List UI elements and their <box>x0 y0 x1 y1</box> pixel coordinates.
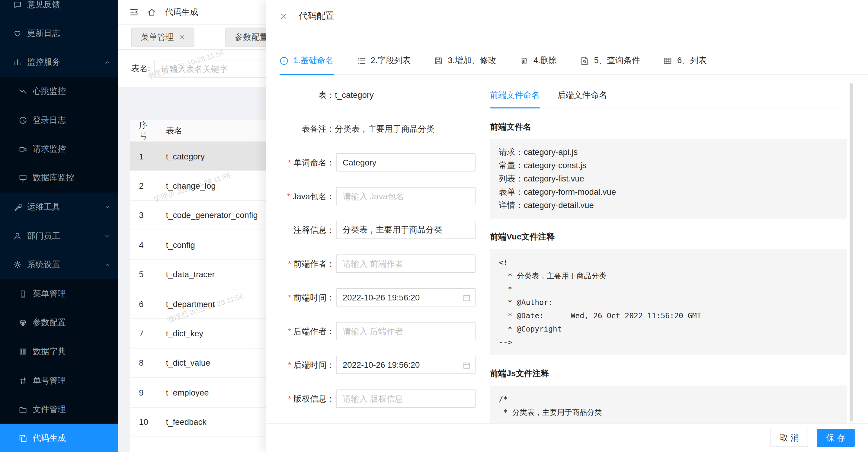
sidebar-item-system-settings[interactable]: 系统设置 <box>0 250 118 279</box>
message-icon <box>13 0 22 8</box>
cell-index: 5 <box>130 259 157 289</box>
sidebar-item-menu-management[interactable]: 菜单管理 <box>0 279 118 308</box>
close-icon[interactable] <box>179 34 185 40</box>
app-root: 意见反馈更新日志监控服务心跳监控登录日志请求监控数据库监控运维工具部门员工系统设… <box>0 0 868 452</box>
copyright-input[interactable] <box>336 390 475 408</box>
field-label: 前端时间： <box>277 288 335 306</box>
section-heading: 前端Js文件注释 <box>490 368 847 379</box>
step-query-condition[interactable]: 5、查询条件 <box>580 47 640 74</box>
sidebar-item-label: 参数配置 <box>33 318 66 328</box>
table-name-label: 表名: <box>131 63 150 74</box>
sidebar-item-label: 心跳监控 <box>33 86 66 97</box>
sidebar-item-ops-tools[interactable]: 运维工具 <box>0 193 118 222</box>
front-time-input[interactable] <box>336 288 475 306</box>
front-author-input[interactable] <box>336 254 475 273</box>
sidebar-item-login-log[interactable]: 登录日志 <box>0 106 118 135</box>
sidebar-item-data-dict[interactable]: 数据字典 <box>0 337 118 366</box>
cell-index: 7 <box>130 319 157 348</box>
step-add-modify[interactable]: 3.增加、修改 <box>434 47 496 74</box>
table-comment-value: 分类表，主要用于商品分类 <box>335 122 434 135</box>
save-button[interactable]: 保 存 <box>817 429 855 447</box>
sidebar-item-monitor-service[interactable]: 监控服务 <box>0 48 118 77</box>
cancel-button[interactable]: 取 消 <box>771 429 808 447</box>
java-package-input[interactable] <box>336 187 475 205</box>
close-icon[interactable] <box>280 12 288 20</box>
sidebar-item-department-staff[interactable]: 部门员工 <box>0 222 118 251</box>
word-name-control <box>336 153 475 172</box>
sidebar-item-param-config[interactable]: 参数配置 <box>0 308 118 337</box>
chevron-down-icon <box>105 233 110 239</box>
form-fields: 单词命名：Java包名：注释信息：前端作者：前端时间：后端作者：后端时间：版权信… <box>277 153 471 408</box>
setting-icon <box>13 261 22 269</box>
step-label: 4.删除 <box>533 55 557 66</box>
sidebar-item-changelog[interactable]: 更新日志 <box>0 19 118 48</box>
back-author-control <box>336 322 475 340</box>
step-label: 3.增加、修改 <box>448 55 496 66</box>
sidebar-item-label: 运维工具 <box>27 202 60 212</box>
form-row-java-package: Java包名： <box>277 187 471 205</box>
file-search-icon <box>580 56 589 65</box>
step-delete[interactable]: 4.删除 <box>520 47 557 74</box>
drawer-title: 代码配置 <box>299 10 334 22</box>
section-heading: 前端文件名 <box>490 122 847 132</box>
field-label: Java包名： <box>277 187 335 205</box>
comment-info-input[interactable] <box>336 221 475 239</box>
sidebar-item-label: 登录日志 <box>33 115 66 126</box>
step-label: 2.字段列表 <box>371 55 411 66</box>
folder-icon <box>19 405 27 414</box>
form-row-front-author: 前端作者： <box>277 254 471 273</box>
calendar-icon <box>463 361 471 369</box>
field-label: 后端时间： <box>277 356 335 374</box>
back-author-input[interactable] <box>336 322 475 340</box>
field-label: 版权信息： <box>277 390 335 408</box>
menu-fold-icon[interactable] <box>129 8 138 17</box>
sidebar-item-label: 监控服务 <box>27 57 60 68</box>
calendar-icon <box>463 294 471 301</box>
sidebar-item-heartbeat-monitor[interactable]: 心跳监控 <box>0 77 118 106</box>
column-header: 序号 <box>130 120 157 142</box>
team-icon <box>13 232 22 240</box>
sidebar-item-label: 更新日志 <box>27 28 60 39</box>
cell-index: 6 <box>130 289 157 319</box>
preview-tab-backend[interactable]: 后端文件命名 <box>557 83 607 108</box>
sidebar-item-request-monitor[interactable]: 请求监控 <box>0 135 118 164</box>
back-time-input[interactable] <box>336 356 475 374</box>
step-label: 5、查询条件 <box>594 55 640 66</box>
mobile-icon <box>19 290 27 298</box>
step-label: 1.基础命名 <box>293 55 334 66</box>
page-tab-label: 参数配置 <box>235 32 268 42</box>
sidebar-menu: 意见反馈更新日志监控服务心跳监控登录日志请求监控数据库监控运维工具部门员工系统设… <box>0 0 118 452</box>
word-name-input[interactable] <box>336 153 475 172</box>
page-tab-1[interactable]: 菜单管理 <box>131 28 194 47</box>
step-basic-naming[interactable]: 1.基础命名 <box>280 47 334 74</box>
step-field-list[interactable]: 2.字段列表 <box>357 47 411 74</box>
table-comment-label: 表备注： <box>277 122 335 135</box>
delete-icon <box>520 56 528 65</box>
home-icon[interactable] <box>147 8 156 17</box>
sidebar-item-serial-number[interactable]: 单号管理 <box>0 366 118 395</box>
cell-index: 4 <box>130 230 157 260</box>
code-icon <box>19 434 27 443</box>
sidebar-item-database-monitor[interactable]: 数据库监控 <box>0 164 118 193</box>
preview-sections: 前端文件名请求：category-api.js 常量：category-cons… <box>490 122 847 452</box>
sidebar-item-file-management[interactable]: 文件管理 <box>0 395 118 424</box>
form-row-comment-info: 注释信息： <box>277 221 471 239</box>
sidebar-item-code-generator[interactable]: 代码生成 <box>0 424 118 452</box>
chevron-down-icon <box>105 204 110 210</box>
field-label: 前端作者： <box>277 254 335 273</box>
code-config-drawer: 代码配置 1.基础命名2.字段列表3.增加、修改4.删除5、查询条件6、列表 表… <box>266 0 868 452</box>
preview-tab-frontend[interactable]: 前端文件命名 <box>490 83 540 108</box>
table-label: 表： <box>277 88 335 102</box>
drawer-header: 代码配置 <box>266 0 868 33</box>
sidebar-item-feedback[interactable]: 意见反馈 <box>0 0 118 19</box>
step-list[interactable]: 6、列表 <box>663 47 707 74</box>
cell-index: 1 <box>130 141 157 171</box>
chevron-up-icon <box>105 59 110 65</box>
cell-index: 8 <box>130 348 157 378</box>
sidebar-item-label: 菜单管理 <box>33 289 66 299</box>
form-row-front-time: 前端时间： <box>277 288 471 306</box>
tool-icon <box>13 203 22 211</box>
drawer-scrollbar[interactable] <box>849 83 853 422</box>
table-comment-row: 表备注： 分类表，主要用于商品分类 <box>277 122 471 135</box>
section-heading: 前端Vue文件注释 <box>490 232 847 242</box>
